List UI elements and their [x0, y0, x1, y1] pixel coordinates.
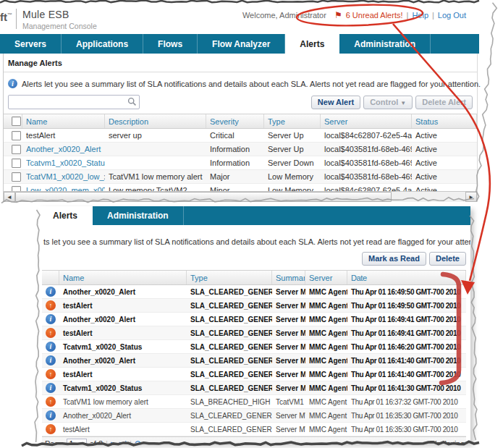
unread-alerts-link[interactable]: 6 Unread Alerts! [346, 11, 403, 20]
alert-name-link[interactable]: TcatVM1_x0020_low_x0020_ [22, 170, 105, 183]
column-header-severity[interactable]: Severity [206, 114, 264, 128]
page: ft™ Mule ESB Management Console Welcome,… [0, 0, 503, 448]
tab-alerts[interactable]: Alerts [285, 34, 339, 54]
unread-toolbar: Mark as Read Delete [38, 249, 470, 270]
tab2-administration[interactable]: Administration [93, 206, 184, 225]
horizontal-scrollbar[interactable]: ◄ ► [4, 191, 477, 202]
unread-table-row[interactable]: iAnother_x0020_AlertSLA_CLEARED_GENERICS… [42, 354, 466, 368]
column-header-name[interactable]: Name [59, 271, 187, 284]
scroll-left-arrow[interactable]: ◄ [4, 192, 15, 202]
breach-up-arrow-icon: ↑ [46, 397, 56, 407]
scrollbar-thumb[interactable] [15, 192, 392, 202]
alert-name-link[interactable]: Tcatvm1_x0020_Status [22, 156, 105, 169]
info-alert-icon: i [46, 355, 56, 365]
alert-name-link[interactable]: testAlert [22, 129, 105, 142]
alert-icon-cell: ↑ [42, 299, 59, 312]
new-alert-button[interactable]: New Alert [311, 96, 360, 109]
table-row[interactable]: Another_x0020_AlertInformationServer Upl… [4, 143, 477, 156]
row-checkbox[interactable] [12, 172, 21, 182]
column-header-type[interactable]: Type [264, 114, 321, 128]
breach-up-arrow-icon: ↑ [46, 424, 56, 434]
alert-server: MMC Agent [305, 313, 347, 326]
refresh-icon[interactable]: ⟳ [135, 439, 143, 444]
tab-flows[interactable]: Flows [143, 34, 198, 54]
alert-icon-cell: ↑ [42, 368, 59, 381]
alert-description [105, 156, 206, 169]
scroll-right-arrow[interactable]: ► [465, 192, 477, 202]
help-link[interactable]: Help [412, 11, 428, 20]
alert-name: testAlert [59, 299, 187, 312]
logo-fragment: ft™ [0, 9, 12, 23]
column-header-summary[interactable]: Summary [272, 271, 305, 284]
table-row[interactable]: testAlertserver upCriticalServer Uplocal… [4, 129, 477, 143]
info-alert-icon: i [46, 410, 56, 420]
table-row[interactable]: TcatVM1_x0020_low_x0020_TcatVM1 low memo… [4, 170, 477, 184]
column-header-status[interactable]: Status [412, 114, 477, 128]
unread-table-row[interactable]: ↑testAlertSLA_CLEARED_GENERICServer MMMC… [42, 368, 466, 381]
unread-table-row[interactable]: iAnother_x0020_AlertSLA_CLEARED_GENERICS… [42, 285, 466, 299]
tab-servers[interactable]: Servers [0, 34, 62, 54]
unread-table-row[interactable]: iAnother_x0020_AlertSLA_CLEARED_GENERICS… [42, 313, 466, 326]
column-header-server[interactable]: Server [305, 271, 347, 284]
column-header-icon[interactable] [42, 271, 59, 284]
alert-name: testAlert [59, 368, 187, 381]
alert-date: Thu Apr 01 16:41:40 GMT-700 2010 [347, 368, 466, 381]
search-input[interactable] [8, 95, 140, 109]
alert-icon-cell: i [42, 381, 59, 394]
alert-icon-cell: ↑ [42, 326, 59, 339]
mark-as-read-button[interactable]: Mark as Read [362, 252, 426, 266]
page-title: Manage Alerts [4, 54, 477, 72]
tab2-alerts[interactable]: Alerts [38, 206, 93, 225]
unread-alerts-grid: NameTypeSummaryServerDate iAnother_x0020… [42, 270, 466, 436]
row-checkbox-cell [4, 129, 22, 142]
alert-server: MMC Agent - [305, 409, 347, 422]
column-header-type[interactable]: Type [187, 271, 272, 284]
displaying-status: Displaying [430, 439, 466, 443]
column-header-server[interactable]: Server [321, 114, 412, 128]
alert-type: SLA_CLEARED_GENERIC [187, 354, 272, 367]
unread-table-row[interactable]: ↑testAlertSLA_CLEARED_GENERICServer MMMC… [42, 326, 466, 340]
table-row[interactable]: Tcatvm1_x0020_StatusInformationServer Do… [4, 156, 477, 170]
page-number-input[interactable] [67, 439, 87, 443]
alert-name: Tcatvm1_x0020_Status [59, 340, 187, 353]
column-header-description[interactable]: Description [105, 114, 206, 128]
unread-table-row[interactable]: iAnother_x0020_AlertSLA_CLEARED_GENERICS… [42, 409, 466, 423]
delete-button[interactable]: Delete [429, 252, 466, 266]
next-page-button[interactable]: ▶ [111, 440, 117, 444]
alert-severity: Critical [206, 129, 264, 142]
separator: | [432, 11, 434, 20]
info-alert-icon: i [46, 342, 56, 352]
unread-table-row[interactable]: iTcatvm1_x0020_StatusSLA_CLEARED_GENERIC… [42, 381, 466, 395]
select-all-checkbox[interactable] [12, 117, 21, 126]
alert-server: MMC Agent [305, 354, 347, 367]
delete-alert-button[interactable]: Delete Alert [415, 96, 473, 109]
control-dropdown-button[interactable]: Control ▼ [363, 96, 413, 109]
row-checkbox[interactable] [12, 159, 21, 168]
unread-table-row[interactable]: ↑TcatVM1 low memory alertSLA_BREACHED_HI… [42, 395, 466, 409]
tab-flow-analyzer[interactable]: Flow Analyzer [198, 34, 285, 54]
alert-server: MMC Agent [305, 299, 347, 312]
column-header-name[interactable]: Name [22, 114, 105, 128]
unread-table-row[interactable]: ↑testAlertSLA_CLEARED_GENERICServer MVMM… [42, 423, 466, 436]
alert-server: MMC Agent [305, 368, 347, 381]
alert-name: Another_x0020_Alert [59, 313, 187, 326]
alert-date: Thu Apr 01 16:46:20 GMT-700 2010 [347, 340, 466, 353]
last-page-button[interactable]: ▶| [119, 440, 127, 444]
alert-type: SLA_CLEARED_GENERIC [187, 423, 272, 436]
row-checkbox[interactable] [12, 131, 21, 140]
alert-name-link[interactable]: Another_x0020_Alert [22, 143, 105, 156]
alert-icon-cell: ↑ [42, 423, 59, 436]
separator: | [130, 439, 132, 443]
alert-icon-cell: i [42, 340, 59, 353]
alert-icon-cell: i [42, 313, 59, 326]
tab-applications[interactable]: Applications [62, 34, 143, 54]
logout-link[interactable]: Log Out [438, 11, 466, 20]
alert-description: server up [105, 129, 206, 142]
unread-table-row[interactable]: iTcatvm1_x0020_StatusSLA_CLEARED_GENERIC… [42, 340, 466, 354]
tab-administration[interactable]: Administration [339, 34, 431, 54]
unread-table-row[interactable]: ↑testAlertSLA_CLEARED_GENERICServer MMMC… [42, 299, 466, 313]
column-header-date[interactable]: Date [347, 271, 466, 284]
alert-server: local$403581fd-68eb-469c-a8 [321, 156, 412, 169]
row-checkbox[interactable] [12, 145, 21, 154]
alert-summary: Server MV [272, 409, 305, 422]
